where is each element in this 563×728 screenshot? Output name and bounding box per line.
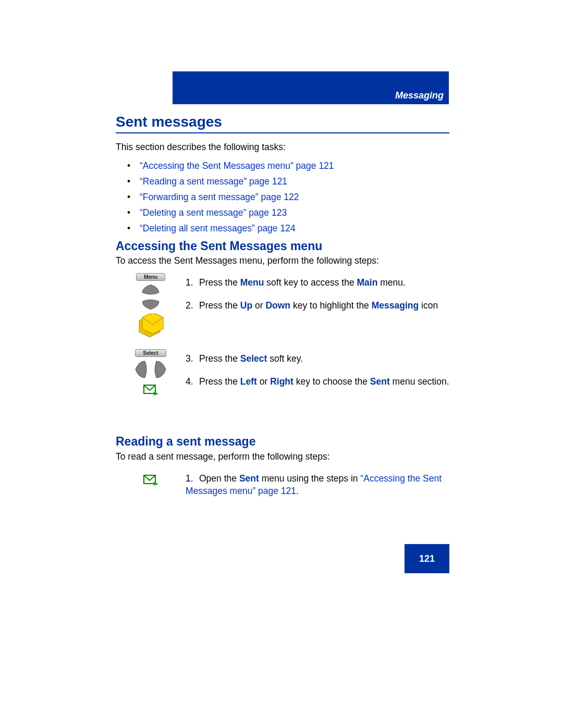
step-number: 4. — [186, 375, 199, 388]
step-number: 1. — [186, 276, 199, 289]
step-text: 3.Press the Select soft key. 4.Press the… — [186, 349, 449, 388]
icon-column — [116, 469, 186, 486]
step-text: 1.Open the Sent menu using the steps in … — [186, 469, 449, 497]
select-softkey-icon: Select — [135, 349, 166, 357]
key-menu: Menu — [240, 277, 264, 288]
toc-item: “Deleting all sent messages” page 124 — [127, 223, 334, 234]
header-section-label: Messaging — [395, 90, 444, 101]
key-up: Up — [240, 300, 252, 311]
left-right-nav-icon — [132, 359, 169, 380]
step-number: 3. — [186, 352, 199, 365]
sent-envelope-icon — [143, 472, 158, 486]
page-title: Sent messages — [116, 114, 449, 133]
up-down-nav-icon — [137, 283, 165, 311]
steps-accessing: Menu 1.Press the Menu soft key to access… — [116, 273, 449, 396]
step-number: 1. — [186, 472, 199, 485]
section-intro-reading: To read a sent message, perform the foll… — [116, 451, 330, 462]
page-number: 121 — [419, 553, 435, 564]
toc-item: “Forwarding a sent message” page 122 — [127, 192, 334, 203]
toc-link[interactable]: “Deleting a sent message” page 123 — [140, 207, 287, 218]
step-row: 1.Open the Sent menu using the steps in … — [116, 469, 449, 497]
toc-item: “Reading a sent message” page 121 — [127, 176, 334, 187]
page-number-box: 121 — [405, 544, 449, 573]
header-bar: Messaging — [173, 71, 449, 104]
step-row: Menu 1.Press the Menu soft key to access… — [116, 273, 449, 349]
step-number: 2. — [186, 299, 199, 312]
step-text: 1.Press the Menu soft key to access the … — [186, 273, 449, 349]
key-main: Main — [357, 277, 378, 288]
step-row: Select 3.Press the Select soft key. 4.Pr… — [116, 349, 449, 396]
steps-reading: 1.Open the Sent menu using the steps in … — [116, 469, 449, 497]
toc-link[interactable]: “Reading a sent message” page 121 — [140, 176, 287, 187]
key-left: Left — [240, 376, 257, 387]
messaging-envelope-icon — [136, 313, 165, 338]
toc-link[interactable]: “Deleting all sent messages” page 124 — [140, 223, 296, 233]
key-sent: Sent — [370, 376, 390, 387]
section-intro-accessing: To access the Sent Messages menu, perfor… — [116, 255, 379, 266]
key-sent: Sent — [239, 473, 259, 484]
intro-text: This section describes the following tas… — [116, 142, 286, 153]
icon-column: Select — [116, 349, 186, 396]
sent-envelope-icon — [143, 382, 158, 396]
icon-column: Menu — [116, 273, 186, 338]
key-messaging: Messaging — [372, 300, 419, 311]
toc-link[interactable]: “Forwarding a sent message” page 122 — [140, 192, 299, 202]
key-select: Select — [240, 353, 267, 364]
toc-item: “Accessing the Sent Messages menu” page … — [127, 161, 334, 171]
toc-list: “Accessing the Sent Messages menu” page … — [127, 161, 334, 239]
key-down: Down — [265, 300, 290, 311]
section-heading-accessing: Accessing the Sent Messages menu — [116, 239, 322, 253]
toc-link[interactable]: “Accessing the Sent Messages menu” page … — [140, 161, 334, 171]
toc-item: “Deleting a sent message” page 123 — [127, 207, 334, 218]
section-heading-reading: Reading a sent message — [116, 435, 255, 449]
key-right: Right — [270, 376, 293, 387]
menu-softkey-icon: Menu — [136, 273, 165, 281]
